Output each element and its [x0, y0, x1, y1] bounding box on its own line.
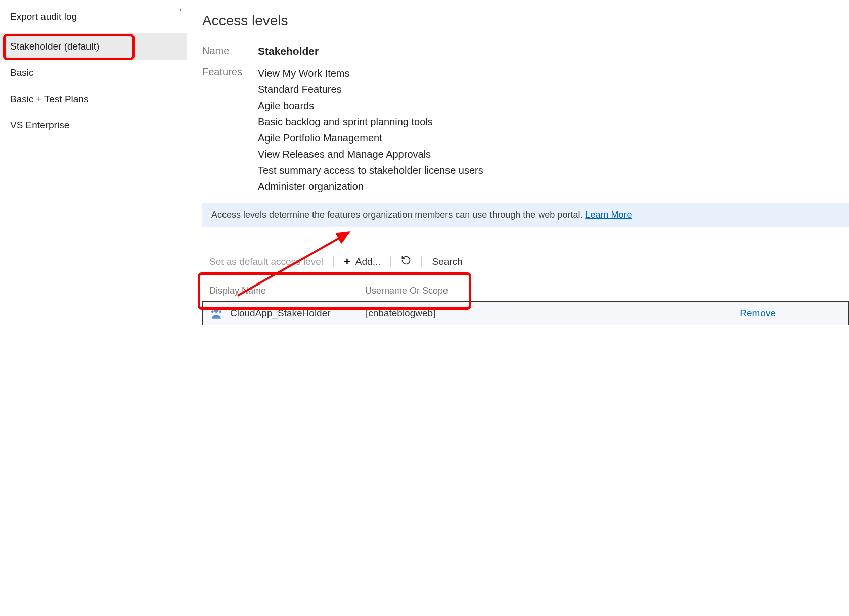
svg-point-1 — [211, 310, 214, 313]
feature-item: View Releases and Manage Approvals — [258, 147, 483, 161]
search-label: Search — [432, 256, 462, 267]
feature-item: Agile Portfolio Management — [258, 131, 483, 145]
toolbar-separator — [421, 256, 422, 267]
name-value: Stakeholder — [258, 45, 319, 57]
svg-point-2 — [219, 310, 221, 313]
sidebar: ‹ Export audit log Stakeholder (default)… — [0, 0, 187, 616]
export-audit-log-link[interactable]: Export audit log — [0, 0, 187, 33]
sidebar-item-basic-test-plans[interactable]: Basic + Test Plans — [0, 86, 187, 112]
info-banner: Access levels determine the features org… — [202, 203, 849, 227]
remove-link[interactable]: Remove — [740, 308, 841, 319]
svg-point-0 — [214, 308, 219, 313]
feature-item: View My Work Items — [258, 66, 483, 80]
page-title: Access levels — [202, 13, 849, 29]
learn-more-link[interactable]: Learn More — [585, 210, 632, 220]
sidebar-item-label: VS Enterprise — [10, 120, 69, 130]
table-row[interactable]: CloudApp_StakeHolder [cnbateblogweb] Rem… — [202, 301, 849, 325]
features-label: Features — [202, 66, 258, 194]
sidebar-item-vs-enterprise[interactable]: VS Enterprise — [0, 112, 187, 138]
feature-item: Standard Features — [258, 82, 483, 97]
info-banner-text: Access levels determine the features org… — [211, 210, 585, 220]
feature-item: Administer organization — [258, 179, 483, 194]
toolbar: Set as default access level + Add... Sea… — [202, 247, 849, 276]
sidebar-item-label: Basic + Test Plans — [10, 93, 88, 104]
collapse-chevron-icon[interactable]: ‹ — [179, 5, 182, 13]
feature-item: Agile boards — [258, 99, 483, 113]
row-display-name: CloudApp_StakeHolder — [230, 308, 366, 319]
row-username: [cnbateblogweb] — [366, 308, 740, 319]
sidebar-item-stakeholder[interactable]: Stakeholder (default) — [0, 33, 187, 60]
toolbar-separator — [390, 256, 391, 267]
set-default-access-level-button: Set as default access level — [209, 256, 323, 267]
sidebar-item-label: Basic — [10, 67, 33, 78]
feature-item: Basic backlog and sprint planning tools — [258, 115, 483, 129]
detail-row-name: Name Stakeholder — [202, 45, 849, 57]
group-icon — [210, 307, 223, 320]
main-content: Access levels Name Stakeholder Features … — [187, 0, 849, 616]
refresh-button[interactable] — [401, 255, 411, 268]
column-header-username[interactable]: Username Or Scope — [365, 286, 842, 296]
table-header: Display Name Username Or Scope — [202, 286, 849, 301]
sidebar-item-basic[interactable]: Basic — [0, 60, 187, 86]
search-button[interactable]: Search — [432, 256, 462, 267]
toolbar-separator — [333, 256, 334, 267]
sidebar-item-label: Stakeholder (default) — [10, 41, 99, 52]
add-label: Add... — [355, 256, 381, 267]
features-list: View My Work Items Standard Features Agi… — [258, 66, 483, 194]
refresh-icon — [401, 255, 411, 268]
set-default-label: Set as default access level — [209, 256, 323, 267]
detail-row-features: Features View My Work Items Standard Fea… — [202, 66, 849, 194]
plus-icon: + — [344, 256, 350, 267]
column-header-display-name[interactable]: Display Name — [209, 286, 365, 296]
feature-item: Test summary access to stakeholder licen… — [258, 163, 483, 177]
add-button[interactable]: + Add... — [344, 256, 381, 267]
name-label: Name — [202, 45, 258, 57]
